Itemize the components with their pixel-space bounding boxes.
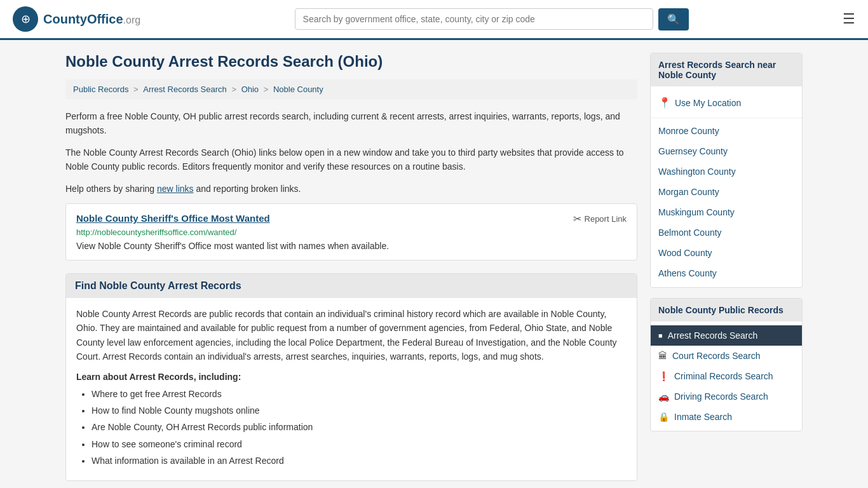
find-records-body: Noble County Arrest Records are public r…: [76, 307, 627, 364]
record-icon: ❗: [658, 371, 669, 381]
new-links-link[interactable]: new links: [157, 184, 194, 194]
public-record-item[interactable]: 🚗Driving Records Search: [651, 386, 802, 407]
search-area: 🔍: [295, 8, 689, 30]
nearby-county-item[interactable]: Muskingum County: [651, 202, 802, 222]
link-description: View Noble County Sheriff's Office most …: [76, 241, 627, 251]
public-record-item[interactable]: ❗Criminal Records Search: [651, 366, 802, 386]
public-record-item[interactable]: 🔒Inmate Search: [651, 407, 802, 427]
intro-paragraph-1: Perform a free Noble County, OH public a…: [65, 109, 637, 138]
find-records-section: Find Noble County Arrest Records Noble C…: [65, 273, 637, 482]
breadcrumb-ohio[interactable]: Ohio: [241, 85, 259, 94]
link-card-title[interactable]: Noble County Sheriff's Office Most Wante…: [76, 213, 270, 224]
link-url[interactable]: http://noblecountysheriffsoffice.com/wan…: [76, 227, 627, 237]
learn-heading: Learn about Arrest Records, including:: [76, 372, 627, 382]
record-icon: 🚗: [658, 391, 669, 402]
public-records-section-title: Noble County Public Records: [651, 299, 802, 322]
page-title: Noble County Arrest Records Search (Ohio…: [65, 53, 637, 71]
nearby-county-item[interactable]: Morgan County: [651, 182, 802, 202]
learn-list: Where to get free Arrest RecordsHow to f…: [76, 387, 627, 468]
public-record-item[interactable]: ■Arrest Records Search: [651, 325, 802, 346]
breadcrumb-noble-county[interactable]: Noble County: [273, 85, 323, 94]
nearby-county-item[interactable]: Guernsey County: [651, 141, 802, 161]
nearby-county-item[interactable]: Athens County: [651, 263, 802, 283]
public-records-list: ■Arrest Records Search🏛Court Records Sea…: [651, 322, 802, 431]
nearby-counties-list: Monroe CountyGuernsey CountyWashington C…: [651, 121, 802, 283]
learn-list-item: Where to get free Arrest Records: [92, 387, 627, 401]
intro-paragraph-2: The Noble County Arrest Records Search (…: [65, 146, 637, 174]
record-icon: 🔒: [658, 412, 669, 422]
logo[interactable]: ⊕ CountyOffice.org: [13, 6, 140, 32]
nearby-county-item[interactable]: Belmont County: [651, 222, 802, 243]
search-input[interactable]: [295, 8, 653, 30]
public-records-section: Noble County Public Records ■Arrest Reco…: [650, 298, 803, 431]
pin-icon: 📍: [658, 97, 671, 109]
link-card: Noble County Sheriff's Office Most Wante…: [65, 203, 637, 261]
nearby-section-title: Arrest Records Search near Noble County: [651, 53, 802, 86]
nearby-section: Arrest Records Search near Noble County …: [650, 53, 803, 288]
report-link-button[interactable]: ✂ Report Link: [573, 213, 627, 225]
record-icon: ■: [658, 332, 663, 339]
logo-text: CountyOffice.org: [43, 12, 140, 26]
report-icon: ✂: [573, 213, 581, 225]
nearby-county-item[interactable]: Monroe County: [651, 121, 802, 141]
breadcrumb: Public Records > Arrest Records Search >…: [65, 79, 637, 99]
logo-icon: ⊕: [13, 6, 38, 32]
learn-list-item: How to see someone's criminal record: [92, 437, 627, 451]
learn-list-item: What information is available in an Arre…: [92, 454, 627, 468]
nearby-county-item[interactable]: Wood County: [651, 243, 802, 263]
breadcrumb-arrest-records[interactable]: Arrest Records Search: [143, 85, 227, 94]
record-icon: 🏛: [658, 351, 667, 361]
public-record-item[interactable]: 🏛Court Records Search: [651, 346, 802, 366]
search-button[interactable]: 🔍: [658, 8, 689, 30]
nearby-list: 📍 Use My Location Monroe CountyGuernsey …: [651, 86, 802, 287]
use-my-location[interactable]: 📍 Use My Location: [651, 90, 802, 115]
menu-button[interactable]: ☰: [843, 11, 855, 27]
nearby-county-item[interactable]: Washington County: [651, 161, 802, 182]
learn-list-item: Are Noble County, OH Arrest Records publ…: [92, 420, 627, 434]
learn-list-item: How to find Noble County mugshots online: [92, 403, 627, 417]
intro-paragraph-3: Help others by sharing new links and rep…: [65, 182, 637, 196]
find-records-heading: Find Noble County Arrest Records: [66, 274, 637, 298]
breadcrumb-public-records[interactable]: Public Records: [73, 85, 128, 94]
